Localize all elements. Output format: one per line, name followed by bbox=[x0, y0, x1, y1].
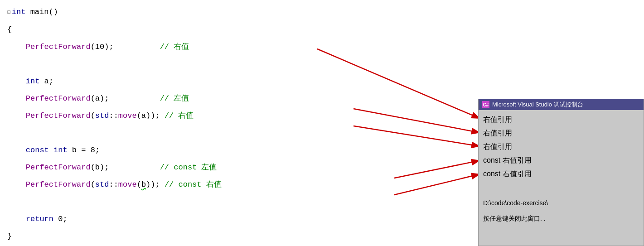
code-move: move bbox=[118, 107, 137, 125]
code-paren5: (b); bbox=[91, 159, 160, 176]
code-paren4: (a)); bbox=[137, 107, 165, 125]
code-indent bbox=[7, 90, 26, 107]
code-editor: ⊟int main() { PerfectForward(10); // 右值 … bbox=[0, 0, 480, 246]
console-line-2: 右值引用 bbox=[483, 126, 639, 140]
console-panel: C# Microsoft Visual Studio 调试控制台 右值引用 右值… bbox=[478, 99, 644, 246]
collapse-icon[interactable]: ⊟ bbox=[7, 4, 11, 21]
vs-icon: C# bbox=[482, 101, 489, 108]
console-path: D:\code\code-exercise\ bbox=[483, 196, 639, 210]
code-paren6: ( bbox=[91, 176, 95, 193]
keyword-const: const bbox=[26, 142, 49, 159]
keyword-int: int bbox=[12, 4, 26, 21]
code-indent bbox=[7, 39, 26, 56]
code-line-8 bbox=[7, 125, 473, 142]
keyword-int2: int bbox=[26, 73, 40, 90]
code-move2: move bbox=[118, 176, 137, 193]
code-comment-3: // 右值 bbox=[165, 107, 194, 125]
code-func: PerfectForward bbox=[26, 39, 91, 56]
console-line-5: const 右值引用 bbox=[483, 167, 639, 181]
code-paren2: (a); bbox=[91, 90, 160, 107]
code-line-6: PerfectForward(a); // 左值 bbox=[7, 90, 473, 107]
code-brace: { bbox=[7, 21, 12, 39]
code-indent bbox=[7, 176, 26, 193]
keyword-return: return bbox=[26, 211, 53, 228]
code-op2: :: bbox=[109, 176, 118, 193]
console-title-bar: C# Microsoft Visual Studio 调试控制台 bbox=[479, 99, 644, 110]
console-content: 右值引用 右值引用 右值引用 const 右值引用 const 右值引用 D:\… bbox=[479, 110, 644, 228]
code-line-13: return 0; bbox=[7, 211, 473, 228]
code-comment-5: // const 右值 bbox=[165, 176, 222, 193]
code-comment-2: // 左值 bbox=[160, 90, 189, 107]
code-line-3: PerfectForward(10); // 右值 bbox=[7, 39, 473, 56]
code-indent bbox=[7, 73, 26, 90]
code-paren3: ( bbox=[91, 107, 95, 125]
code-op: :: bbox=[109, 107, 118, 125]
console-close-hint: 按任意键关闭此窗口. . bbox=[483, 212, 639, 225]
code-line-5: int a; bbox=[7, 73, 473, 90]
code-var-b: b = 8; bbox=[68, 142, 100, 159]
code-line-1: ⊟int main() bbox=[7, 4, 473, 21]
console-line-4: const 右值引用 bbox=[483, 154, 639, 167]
keyword-std: std bbox=[95, 107, 109, 125]
keyword-std2: std bbox=[95, 176, 109, 193]
code-line-14: } bbox=[7, 228, 473, 245]
code-indent bbox=[7, 142, 26, 159]
code-text: main() bbox=[25, 4, 58, 21]
code-comment-1: // 右值 bbox=[160, 39, 189, 56]
code-indent bbox=[7, 211, 26, 228]
code-indent bbox=[7, 159, 26, 176]
code-line-7: PerfectForward(std::move(a)); // 右值 bbox=[7, 107, 473, 125]
code-brace-close: } bbox=[7, 228, 12, 245]
console-title-text: Microsoft Visual Studio 调试控制台 bbox=[492, 101, 583, 109]
code-var-a: a; bbox=[39, 73, 53, 90]
code-return-val: 0; bbox=[53, 211, 68, 228]
code-func2: PerfectForward bbox=[26, 90, 91, 107]
keyword-int3: int bbox=[53, 142, 68, 159]
code-func3: PerfectForward bbox=[26, 107, 91, 125]
code-line-4 bbox=[7, 56, 473, 73]
code-func4: PerfectForward bbox=[26, 159, 91, 176]
code-line-12 bbox=[7, 193, 473, 211]
console-line-1: 右值引用 bbox=[483, 113, 639, 126]
code-paren: (10); bbox=[91, 39, 160, 56]
console-line-3: 右值引用 bbox=[483, 140, 639, 154]
code-line-2: { bbox=[7, 21, 473, 39]
code-line-10: PerfectForward(b); // const 左值 bbox=[7, 159, 473, 176]
code-comment-4: // const 左值 bbox=[160, 159, 217, 176]
code-indent bbox=[7, 107, 26, 125]
code-line-11: PerfectForward(std::move(b)); // const 右… bbox=[7, 176, 473, 193]
code-space bbox=[49, 142, 53, 159]
code-paren7: ( bbox=[137, 176, 141, 193]
code-paren8: )); bbox=[146, 176, 165, 193]
code-func5: PerfectForward bbox=[26, 176, 91, 193]
code-b-squiggle: b bbox=[141, 176, 146, 193]
code-line-9: const int b = 8; bbox=[7, 142, 473, 159]
